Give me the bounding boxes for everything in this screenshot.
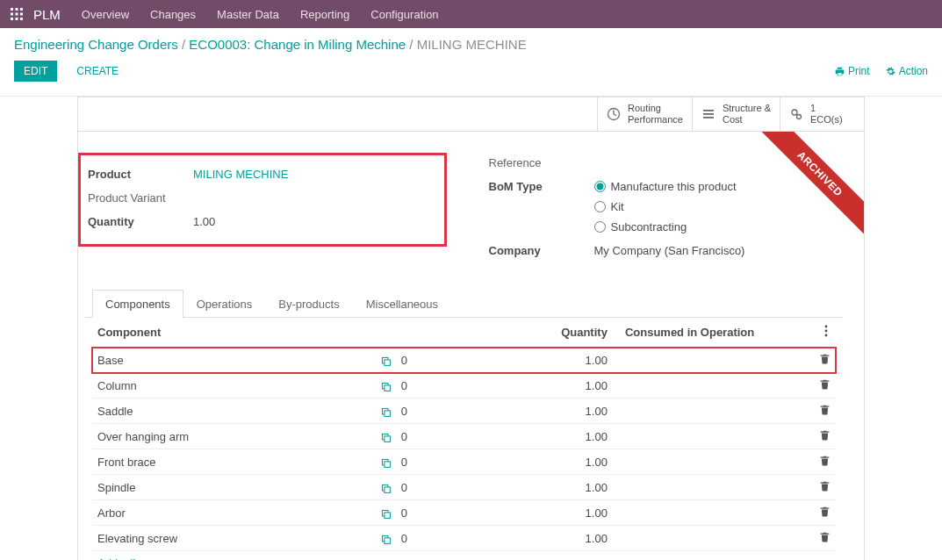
cell-icon-marker: 0: [375, 424, 538, 449]
external-icon[interactable]: [380, 483, 392, 494]
table-row[interactable]: Spindle 01.00: [92, 475, 836, 500]
cell-consumed: [613, 348, 806, 373]
clock-icon: [607, 107, 621, 121]
app-name[interactable]: PLM: [33, 7, 61, 22]
radio-subcontracting[interactable]: Subcontracting: [594, 220, 844, 233]
svg-rect-27: [385, 462, 391, 468]
external-icon[interactable]: [380, 534, 392, 545]
trash-icon[interactable]: [819, 455, 831, 466]
cell-consumed: [613, 526, 806, 551]
add-line-row: Add a line: [92, 551, 836, 560]
edit-button[interactable]: EDIT: [14, 61, 57, 82]
add-line-button[interactable]: Add a line: [97, 556, 148, 560]
sheet-wrap: Routing Performance Structure & Cost 1 E…: [0, 97, 942, 560]
nav-changes[interactable]: Changes: [150, 8, 196, 21]
external-icon[interactable]: [380, 508, 392, 520]
table-row[interactable]: Elevating screw 01.00: [92, 526, 836, 551]
cell-qty: 1.00: [538, 526, 613, 551]
svg-rect-7: [16, 18, 18, 20]
cell-delete: [806, 500, 836, 526]
cell-qty: 1.00: [538, 398, 613, 424]
table-row[interactable]: Base 01.00: [92, 348, 836, 373]
cell-icon-marker: 0: [375, 398, 538, 424]
cell-consumed: [613, 398, 806, 424]
form-sheet: ARCHIVED Product MILING MECHINE Product …: [77, 131, 865, 560]
cell-delete: [806, 348, 836, 373]
cell-consumed: [613, 424, 806, 449]
trash-icon[interactable]: [819, 353, 831, 364]
trash-icon[interactable]: [819, 480, 831, 492]
svg-point-16: [825, 330, 828, 333]
cell-delete: [806, 373, 836, 398]
left-actions: EDIT CREATE: [14, 61, 127, 82]
nav-master-data[interactable]: Master Data: [217, 8, 279, 21]
cell-component: Spindle: [92, 475, 375, 500]
topbar: PLM Overview Changes Master Data Reporti…: [0, 0, 942, 28]
table-row[interactable]: Saddle 01.00: [92, 398, 836, 424]
form-columns: Product MILING MECHINE Product Variant Q…: [85, 153, 843, 264]
cell-delete: [806, 526, 836, 551]
radio-kit[interactable]: Kit: [594, 200, 844, 213]
breadcrumb-root[interactable]: Engineering Change Orders: [14, 37, 178, 52]
table-row[interactable]: Front brace 01.00: [92, 449, 836, 475]
radio-manufacture[interactable]: Manufacture this product: [594, 180, 844, 193]
gears-icon: [789, 107, 803, 121]
svg-point-14: [797, 115, 802, 119]
field-quantity: Quantity 1.00: [81, 212, 435, 235]
cell-component: Arbor: [92, 500, 375, 526]
th-consumed: Consumed in Operation: [613, 318, 806, 348]
external-icon[interactable]: [380, 355, 392, 367]
cell-component: Front brace: [92, 449, 375, 475]
trash-icon[interactable]: [819, 506, 831, 517]
stat-routing[interactable]: Routing Performance: [597, 97, 692, 131]
th-options[interactable]: [806, 318, 836, 348]
print-button[interactable]: Print: [835, 65, 870, 77]
kebab-icon: [822, 325, 831, 337]
table-row[interactable]: Arbor 01.00: [92, 500, 836, 526]
tab-misc[interactable]: Miscellaneous: [353, 290, 451, 318]
svg-rect-19: [385, 360, 391, 366]
cell-qty: 1.00: [538, 373, 613, 398]
trash-icon[interactable]: [819, 378, 831, 390]
external-icon[interactable]: [380, 457, 392, 469]
cell-qty: 1.00: [538, 500, 613, 526]
create-button[interactable]: CREATE: [68, 61, 127, 81]
gear-icon: [886, 67, 895, 76]
external-icon[interactable]: [380, 381, 392, 392]
nav-overview[interactable]: Overview: [82, 8, 129, 21]
product-link[interactable]: MILING MECHINE: [193, 168, 435, 181]
table-row[interactable]: Column 01.00: [92, 373, 836, 398]
breadcrumb-eco[interactable]: ECO0003: Change in Miling Mechine: [189, 37, 406, 52]
trash-icon[interactable]: [819, 429, 831, 441]
tab-operations[interactable]: Operations: [183, 290, 266, 318]
svg-rect-5: [20, 13, 23, 16]
nav-configuration[interactable]: Configuration: [370, 8, 438, 21]
tab-components[interactable]: Components: [92, 290, 183, 318]
field-company: Company My Company (San Francisco): [482, 241, 844, 264]
svg-rect-23: [385, 411, 391, 417]
tab-byproducts[interactable]: By-products: [265, 290, 352, 318]
nav-reporting[interactable]: Reporting: [300, 8, 349, 21]
stat-ecos[interactable]: 1 ECO(s): [780, 97, 864, 131]
svg-rect-29: [385, 487, 391, 493]
svg-rect-12: [703, 117, 714, 118]
stat-structure[interactable]: Structure & Cost: [692, 97, 780, 131]
tab-content-components: Component Quantity Consumed in Operation…: [85, 318, 843, 560]
table-row[interactable]: Over hanging arm 01.00: [92, 424, 836, 449]
th-quantity: Quantity: [538, 318, 613, 348]
external-icon[interactable]: [380, 406, 392, 418]
control-panel: Engineering Change Orders / ECO0003: Cha…: [0, 28, 942, 97]
list-icon: [701, 107, 715, 121]
cell-delete: [806, 449, 836, 475]
svg-rect-25: [385, 436, 391, 442]
print-icon: [835, 67, 845, 76]
tab-row: Components Operations By-products Miscel…: [85, 289, 843, 318]
action-button[interactable]: Action: [886, 65, 928, 77]
external-icon[interactable]: [380, 432, 392, 443]
trash-icon[interactable]: [819, 404, 831, 415]
trash-icon[interactable]: [819, 531, 831, 542]
cell-qty: 1.00: [538, 424, 613, 449]
field-variant: Product Variant: [81, 188, 435, 212]
svg-point-17: [825, 334, 828, 337]
apps-icon[interactable]: [11, 8, 23, 20]
